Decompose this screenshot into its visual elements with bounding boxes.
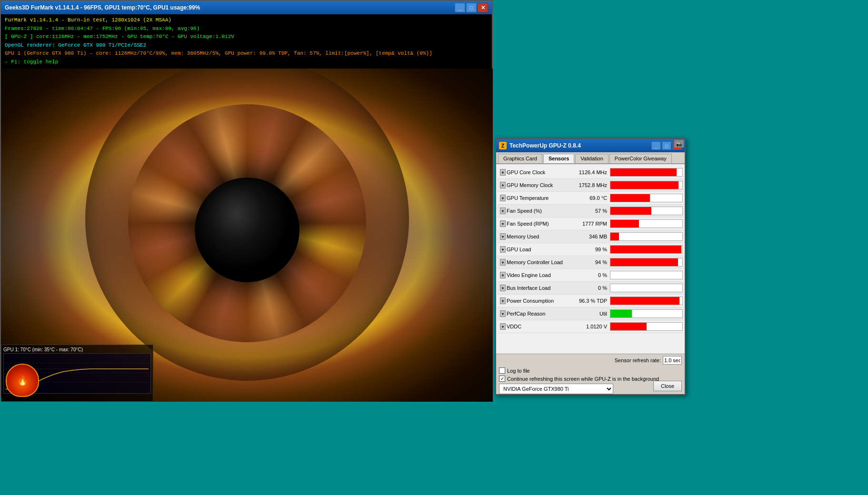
- sensor-dropdown-button[interactable]: ▼: [500, 310, 506, 317]
- sensor-bar: [610, 168, 677, 176]
- sensor-bar-container: [610, 194, 683, 202]
- sensor-value: 1.0120 V: [572, 324, 610, 329]
- sensor-row: ▼Memory Used346 MB: [497, 230, 684, 243]
- continue-refresh-checkbox[interactable]: ✓: [499, 376, 505, 382]
- sensor-bar: [610, 258, 678, 266]
- sensor-dropdown-button[interactable]: ▼: [500, 182, 506, 188]
- furmark-info-line-5: GPU 1 (GeForce GTX 980 Ti) - core: 1126M…: [5, 50, 488, 58]
- sensor-value: 69.0 °C: [572, 195, 610, 201]
- sensor-name: ▼Power Consumption: [498, 297, 572, 304]
- gpuz-icon: Z: [499, 142, 507, 149]
- sensor-name: ▼VDDC: [498, 323, 572, 330]
- sensor-row: ▼Fan Speed (RPM)1777 RPM: [497, 218, 684, 230]
- tab-graphics-card[interactable]: Graphics Card: [498, 154, 542, 163]
- sensor-row: ▼Video Engine Load0 %: [497, 269, 684, 282]
- gpu-selector[interactable]: NVIDIA GeForce GTX980 Ti: [499, 384, 613, 394]
- gpuz-maximize-button[interactable]: □: [662, 141, 671, 150]
- sensor-name: ▼GPU Temperature: [498, 195, 572, 201]
- furmark-render-canvas: GPU 1: 70°C (min: 35°C - max: 70°C) 🔥: [1, 69, 493, 402]
- tab-validation[interactable]: Validation: [575, 154, 609, 163]
- sensor-dropdown-button[interactable]: ▼: [500, 285, 506, 291]
- sensor-row: ▼PerfCap ReasonUtil: [497, 307, 684, 320]
- sensor-bar: [610, 233, 619, 240]
- close-button[interactable]: Close: [653, 381, 682, 391]
- sensor-dropdown-button[interactable]: ▼: [500, 259, 506, 266]
- sensor-dropdown-button[interactable]: ▼: [500, 233, 506, 240]
- sensor-value: 1126.4 MHz: [572, 169, 610, 175]
- sensor-bar: [610, 297, 679, 305]
- sensor-dropdown-button[interactable]: ▼: [500, 195, 506, 201]
- furmark-minimize-button[interactable]: _: [455, 3, 465, 12]
- sensor-dropdown-button[interactable]: ▼: [500, 297, 506, 304]
- sensor-row: ▼GPU Core Clock1126.4 MHz: [497, 166, 684, 179]
- sensor-dropdown-button[interactable]: ▼: [500, 323, 506, 330]
- furmark-info-line-2: Frames:27828 - time:00:04:47 - FPS:96 (m…: [5, 25, 488, 33]
- sensors-panel: ▼GPU Core Clock1126.4 MHz▼GPU Memory Clo…: [496, 164, 685, 379]
- log-to-file-row: Log to file: [499, 367, 682, 374]
- sensor-row: ▼Fan Speed (%)57 %: [497, 205, 684, 218]
- close-button-label: Close: [661, 383, 674, 389]
- furmark-flame-icon: 🔥: [17, 375, 29, 386]
- sensor-value: 346 MB: [572, 234, 610, 239]
- sensor-bar-container: [610, 322, 683, 331]
- sensor-dropdown-button[interactable]: ▼: [500, 169, 506, 176]
- sensor-value: 1777 RPM: [572, 221, 610, 227]
- sensor-value: 0 %: [572, 272, 610, 278]
- sensor-dropdown-button[interactable]: ▼: [500, 246, 506, 253]
- sensor-name: ▼GPU Memory Clock: [498, 182, 572, 188]
- sensor-name: ▼Bus Interface Load: [498, 285, 572, 291]
- sensor-value: 0 %: [572, 285, 610, 291]
- furmark-info-line-6: - F1: toggle help: [5, 58, 488, 67]
- furmark-logo: 🔥: [6, 364, 39, 397]
- sensor-bar-container: [610, 168, 683, 177]
- gpuz-title: TechPowerUp GPU-Z 0.8.4: [509, 142, 650, 149]
- log-to-file-label: Log to file: [507, 368, 530, 374]
- sensor-refresh-input[interactable]: [663, 356, 682, 365]
- furmark-window: Geeks3D FurMark v1.14.1.4 - 96FPS, GPU1 …: [0, 0, 493, 397]
- sensor-row: ▼Power Consumption96.3 % TDP: [497, 295, 684, 307]
- tab-powercolor[interactable]: PowerColor Giveaway: [609, 154, 672, 163]
- sensor-row: ▼GPU Memory Clock1752.8 MHz: [497, 179, 684, 192]
- furmark-info-line-3: [ GPU-Z ] core:1126MHz - mem:1752MHz - G…: [5, 33, 488, 41]
- sensor-dropdown-button[interactable]: ▼: [500, 208, 506, 214]
- gpuz-window: Z TechPowerUp GPU-Z 0.8.4 _ □ ✕ Graphics…: [495, 138, 686, 395]
- log-to-file-checkbox[interactable]: [499, 367, 505, 374]
- furmark-flame-logo: 🔥: [6, 364, 39, 397]
- tab-sensors[interactable]: Sensors: [543, 154, 574, 163]
- sensor-name: ▼PerfCap Reason: [498, 310, 572, 317]
- sensor-name: ▼Fan Speed (%): [498, 208, 572, 214]
- sensor-value: 1752.8 MHz: [572, 182, 610, 188]
- furmark-info-panel: FurMark v1.14.1.4 - Burn-in test, 1280x1…: [1, 14, 492, 69]
- furmark-info-line-4: OpenGL renderer: GeForce GTX 980 Ti/PCIe…: [5, 41, 488, 50]
- furmark-info-line-1: FurMark v1.14.1.4 - Burn-in test, 1280x1…: [5, 16, 488, 25]
- sensor-refresh-label: Sensor refresh rate:: [615, 357, 661, 363]
- sensor-bar: [610, 246, 681, 253]
- sensor-name: ▼Video Engine Load: [498, 272, 572, 278]
- sensor-row: ▼Memory Controller Load94 %: [497, 256, 684, 269]
- sensor-dropdown-button[interactable]: ▼: [500, 220, 506, 227]
- gpuz-titlebar: Z TechPowerUp GPU-Z 0.8.4 _ □ ✕: [496, 139, 685, 152]
- sensor-bar: [610, 181, 678, 189]
- sensor-bar-container: [610, 297, 683, 305]
- sensor-bar-container: [610, 258, 683, 267]
- furmark-maximize-button[interactable]: □: [466, 3, 477, 12]
- furmark-close-button[interactable]: ✕: [478, 3, 488, 12]
- sensor-dropdown-button[interactable]: ▼: [500, 272, 506, 278]
- sensor-bar-container: [610, 245, 683, 254]
- sensor-name: ▼Memory Used: [498, 233, 572, 240]
- sensor-bar-container: [610, 271, 683, 279]
- sensor-bar-container: [610, 219, 683, 228]
- sensor-value: Util: [572, 311, 610, 317]
- sensor-value: 94 %: [572, 259, 610, 265]
- gpuz-tab-bar: Graphics Card Sensors Validation PowerCo…: [496, 152, 685, 164]
- sensor-row: ▼Bus Interface Load0 %: [497, 282, 684, 295]
- sensor-row: ▼GPU Load99 %: [497, 243, 684, 256]
- sensor-value: 99 %: [572, 247, 610, 252]
- sensor-row: ▼VDDC1.0120 V: [497, 320, 684, 333]
- screenshot-icon[interactable]: 📷: [674, 140, 684, 148]
- gpuz-minimize-button[interactable]: _: [651, 141, 661, 150]
- temp-graph-label: GPU 1: 70°C (min: 35°C - max: 70°C): [3, 347, 151, 352]
- sensor-bar: [610, 310, 632, 317]
- gpuz-bottom-panel: Sensor refresh rate: Log to file ✓ Conti…: [496, 354, 685, 394]
- sensor-row: ▼GPU Temperature69.0 °C: [497, 192, 684, 205]
